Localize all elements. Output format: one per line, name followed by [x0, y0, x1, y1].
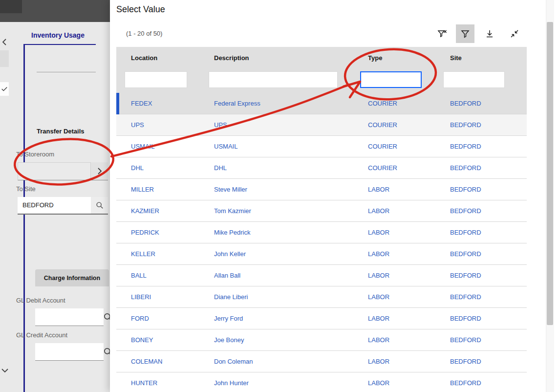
cell-type[interactable]: COURIER — [368, 121, 397, 129]
table-row[interactable]: KAZMIERTom KazmierLABORBEDFORD — [116, 200, 527, 222]
cell-site[interactable]: BEDFORD — [450, 272, 481, 279]
cell-site[interactable]: BEDFORD — [450, 121, 481, 129]
cell-description[interactable]: DHL — [214, 164, 227, 172]
side-rail-item[interactable] — [0, 50, 9, 67]
gl-credit-account-input[interactable] — [35, 343, 104, 361]
cell-type[interactable]: COURIER — [368, 100, 397, 107]
cell-description[interactable]: Allan Ball — [214, 272, 240, 279]
download-button[interactable] — [480, 24, 499, 43]
cell-location[interactable]: PEDRICK — [131, 229, 159, 236]
cell-type[interactable]: LABOR — [368, 358, 389, 365]
cell-site[interactable]: BEDFORD — [450, 143, 481, 150]
cell-site[interactable]: BEDFORD — [450, 100, 481, 107]
table-row[interactable]: MILLERSteve MillerLABORBEDFORD — [116, 179, 527, 200]
cell-location[interactable]: KAZMIER — [131, 207, 159, 215]
cell-description[interactable]: Federal Express — [214, 100, 260, 107]
cell-site[interactable]: BEDFORD — [450, 336, 481, 344]
cell-type[interactable]: LABOR — [368, 272, 389, 279]
scrollbar-thumb[interactable] — [547, 22, 553, 325]
cell-site[interactable]: BEDFORD — [450, 207, 481, 215]
chevron-down-icon[interactable] — [1, 367, 9, 374]
filter-input-location[interactable] — [125, 71, 187, 88]
cell-type[interactable]: LABOR — [368, 336, 389, 344]
table-row[interactable]: BONEYJoe BoneyLABORBEDFORD — [116, 329, 527, 351]
cell-site[interactable]: BEDFORD — [450, 358, 481, 365]
cell-location[interactable]: USMAIL — [131, 143, 154, 150]
results-table: FEDEXFederal ExpressCOURIERBEDFORDUPSUPS… — [116, 93, 527, 392]
charge-information-tab[interactable]: Charge Information — [35, 269, 109, 286]
cell-site[interactable]: BEDFORD — [450, 250, 481, 258]
table-row[interactable]: LIBERIDiane LiberiLABORBEDFORD — [116, 286, 527, 308]
to-storeroom-label: To Storeroom — [16, 151, 54, 158]
table-row[interactable]: COLEMANDon ColemanLABORBEDFORD — [116, 351, 527, 372]
collapse-button[interactable] — [505, 24, 524, 43]
table-row[interactable]: KELLERJohn KellerLABORBEDFORD — [116, 243, 527, 265]
cell-site[interactable]: BEDFORD — [450, 164, 481, 172]
table-row[interactable]: DHLDHLCOURIERBEDFORD — [116, 157, 527, 179]
cell-location[interactable]: UPS — [131, 121, 144, 129]
clear-filter-button[interactable] — [433, 24, 452, 43]
cell-type[interactable]: LABOR — [368, 315, 389, 322]
table-row[interactable]: PEDRICKMike PedrickLABORBEDFORD — [116, 222, 527, 243]
filter-input-type[interactable] — [360, 71, 422, 88]
cell-location[interactable]: BONEY — [131, 336, 153, 344]
cell-type[interactable]: LABOR — [368, 229, 389, 236]
cell-description[interactable]: Joe Boney — [214, 336, 244, 344]
cell-type[interactable]: LABOR — [368, 293, 389, 301]
cell-site[interactable]: BEDFORD — [450, 379, 481, 387]
gl-debit-account-input[interactable] — [35, 308, 104, 326]
column-header-type: Type — [368, 54, 382, 62]
filter-input-description[interactable] — [209, 71, 338, 88]
table-row[interactable]: USMAILUSMAILCOURIERBEDFORD — [116, 136, 527, 157]
cell-location[interactable]: HUNTER — [131, 379, 157, 387]
chevron-left-icon[interactable] — [1, 38, 9, 46]
cell-location[interactable]: MILLER — [131, 186, 154, 193]
to-site-input[interactable]: BEDFORD — [18, 197, 91, 215]
to-storeroom-input[interactable] — [18, 162, 91, 180]
cell-type[interactable]: LABOR — [368, 250, 389, 258]
cell-type[interactable]: LABOR — [368, 207, 389, 215]
cell-description[interactable]: John Hunter — [214, 379, 249, 387]
table-row[interactable]: UPSUPSCOURIERBEDFORD — [116, 114, 527, 136]
checkmark-icon[interactable] — [0, 82, 9, 96]
cell-site[interactable]: BEDFORD — [450, 186, 481, 193]
cell-description[interactable]: USMAIL — [214, 143, 237, 150]
cell-location[interactable]: FEDEX — [131, 100, 152, 107]
download-icon — [485, 29, 494, 39]
transfer-details-header: Transfer Details — [37, 128, 85, 135]
cell-description[interactable]: UPS — [214, 121, 227, 129]
app-menu-area — [0, 0, 22, 13]
cell-location[interactable]: DHL — [131, 164, 144, 172]
cell-site[interactable]: BEDFORD — [450, 229, 481, 236]
table-row[interactable]: FEDEXFederal ExpressCOURIERBEDFORD — [116, 93, 527, 114]
cell-description[interactable]: Tom Kazmier — [214, 207, 251, 215]
cell-description[interactable]: Jerry Ford — [214, 315, 243, 322]
cell-type[interactable]: COURIER — [368, 164, 397, 172]
cell-location[interactable]: COLEMAN — [131, 358, 162, 365]
cell-location[interactable]: FORD — [131, 315, 149, 322]
cell-location[interactable]: KELLER — [131, 250, 155, 258]
to-storeroom-detail-button[interactable] — [91, 162, 108, 180]
cell-description[interactable]: Don Coleman — [214, 358, 253, 365]
table-row[interactable]: FORDJerry FordLABORBEDFORD — [116, 308, 527, 329]
cell-site[interactable]: BEDFORD — [450, 293, 481, 301]
cell-description[interactable]: Mike Pedrick — [214, 229, 250, 236]
table-row[interactable]: BALLAllan BallLABORBEDFORD — [116, 265, 527, 286]
cell-location[interactable]: BALL — [131, 272, 147, 279]
dialog-title: Select Value — [116, 4, 165, 15]
filter-input-site[interactable] — [443, 71, 505, 88]
to-site-label: To Site — [16, 185, 36, 193]
cell-location[interactable]: LIBERI — [131, 293, 151, 301]
cell-description[interactable]: Diane Liberi — [214, 293, 248, 301]
cell-description[interactable]: John Keller — [214, 250, 246, 258]
record-count: (1 - 20 of 50) — [126, 30, 162, 37]
cell-site[interactable]: BEDFORD — [450, 315, 481, 322]
cell-type[interactable]: COURIER — [368, 143, 397, 150]
filter-button[interactable] — [456, 24, 474, 43]
cell-type[interactable]: LABOR — [368, 186, 389, 193]
table-row[interactable]: HUNTERJohn HunterLABORBEDFORD — [116, 372, 527, 392]
to-site-search-button[interactable] — [91, 197, 108, 215]
section-accent-line — [23, 44, 25, 392]
cell-description[interactable]: Steve Miller — [214, 186, 247, 193]
cell-type[interactable]: LABOR — [368, 379, 389, 387]
